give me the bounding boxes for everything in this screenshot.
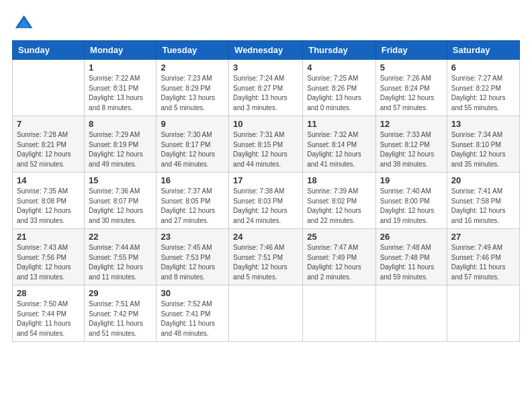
weekday-header-saturday: Saturday <box>447 41 519 60</box>
day-number: 27 <box>451 232 515 242</box>
week-row-1: 1Sunrise: 7:22 AM Sunset: 8:31 PM Daylig… <box>13 60 520 116</box>
calendar-cell: 30Sunrise: 7:52 AM Sunset: 7:41 PM Dayli… <box>157 285 229 342</box>
weekday-header-thursday: Thursday <box>303 41 375 60</box>
day-number: 30 <box>161 288 224 298</box>
day-number: 25 <box>307 232 371 242</box>
calendar-cell: 20Sunrise: 7:41 AM Sunset: 7:58 PM Dayli… <box>447 173 519 229</box>
calendar-cell <box>229 285 303 342</box>
day-info: Sunrise: 7:44 AM Sunset: 7:55 PM Dayligh… <box>89 243 152 282</box>
day-number: 10 <box>233 119 298 129</box>
day-number: 18 <box>307 175 371 185</box>
calendar-cell: 17Sunrise: 7:38 AM Sunset: 8:03 PM Dayli… <box>229 173 303 229</box>
day-info: Sunrise: 7:32 AM Sunset: 8:14 PM Dayligh… <box>307 130 371 169</box>
day-number: 24 <box>233 232 298 242</box>
day-info: Sunrise: 7:45 AM Sunset: 7:53 PM Dayligh… <box>161 243 224 282</box>
day-number: 5 <box>380 62 443 73</box>
week-row-2: 7Sunrise: 7:28 AM Sunset: 8:21 PM Daylig… <box>13 116 520 173</box>
day-number: 4 <box>307 62 371 73</box>
day-number: 28 <box>17 288 80 298</box>
day-info: Sunrise: 7:46 AM Sunset: 7:51 PM Dayligh… <box>233 243 298 282</box>
day-info: Sunrise: 7:48 AM Sunset: 7:48 PM Dayligh… <box>380 243 443 282</box>
calendar-cell: 13Sunrise: 7:34 AM Sunset: 8:10 PM Dayli… <box>447 116 519 173</box>
day-number: 8 <box>89 119 152 129</box>
calendar-cell: 3Sunrise: 7:24 AM Sunset: 8:27 PM Daylig… <box>229 60 303 116</box>
day-info: Sunrise: 7:25 AM Sunset: 8:26 PM Dayligh… <box>307 74 371 113</box>
weekday-header-tuesday: Tuesday <box>157 41 229 60</box>
day-number: 16 <box>161 175 224 185</box>
calendar-cell: 23Sunrise: 7:45 AM Sunset: 7:53 PM Dayli… <box>157 229 229 285</box>
day-info: Sunrise: 7:37 AM Sunset: 8:05 PM Dayligh… <box>161 187 224 226</box>
header <box>12 12 520 34</box>
day-number: 9 <box>161 119 224 129</box>
calendar-cell: 28Sunrise: 7:50 AM Sunset: 7:44 PM Dayli… <box>13 285 85 342</box>
day-info: Sunrise: 7:52 AM Sunset: 7:41 PM Dayligh… <box>161 300 224 338</box>
calendar-cell: 7Sunrise: 7:28 AM Sunset: 8:21 PM Daylig… <box>13 116 85 173</box>
day-number: 6 <box>451 62 515 73</box>
calendar-cell: 5Sunrise: 7:26 AM Sunset: 8:24 PM Daylig… <box>375 60 447 116</box>
page: SundayMondayTuesdayWednesdayThursdayFrid… <box>0 0 532 411</box>
calendar-cell: 2Sunrise: 7:23 AM Sunset: 8:29 PM Daylig… <box>157 60 229 116</box>
day-info: Sunrise: 7:35 AM Sunset: 8:08 PM Dayligh… <box>17 187 80 226</box>
day-number: 3 <box>233 62 298 73</box>
day-info: Sunrise: 7:38 AM Sunset: 8:03 PM Dayligh… <box>233 187 298 226</box>
day-info: Sunrise: 7:40 AM Sunset: 8:00 PM Dayligh… <box>380 187 443 226</box>
day-info: Sunrise: 7:24 AM Sunset: 8:27 PM Dayligh… <box>233 74 298 113</box>
day-info: Sunrise: 7:26 AM Sunset: 8:24 PM Dayligh… <box>380 74 443 113</box>
calendar-cell: 11Sunrise: 7:32 AM Sunset: 8:14 PM Dayli… <box>303 116 375 173</box>
weekday-header-wednesday: Wednesday <box>229 41 303 60</box>
day-info: Sunrise: 7:30 AM Sunset: 8:17 PM Dayligh… <box>161 130 224 169</box>
day-number: 22 <box>89 232 152 242</box>
day-number: 26 <box>380 232 443 242</box>
calendar-cell: 25Sunrise: 7:47 AM Sunset: 7:49 PM Dayli… <box>303 229 375 285</box>
day-info: Sunrise: 7:39 AM Sunset: 8:02 PM Dayligh… <box>307 187 371 226</box>
calendar-cell <box>447 285 519 342</box>
calendar-cell: 8Sunrise: 7:29 AM Sunset: 8:19 PM Daylig… <box>85 116 157 173</box>
calendar-cell: 19Sunrise: 7:40 AM Sunset: 8:00 PM Dayli… <box>375 173 447 229</box>
day-info: Sunrise: 7:47 AM Sunset: 7:49 PM Dayligh… <box>307 243 371 282</box>
calendar-cell: 4Sunrise: 7:25 AM Sunset: 8:26 PM Daylig… <box>303 60 375 116</box>
day-number: 1 <box>89 62 152 73</box>
day-info: Sunrise: 7:27 AM Sunset: 8:22 PM Dayligh… <box>451 74 515 113</box>
calendar-cell <box>303 285 375 342</box>
day-info: Sunrise: 7:31 AM Sunset: 8:15 PM Dayligh… <box>233 130 298 169</box>
day-info: Sunrise: 7:41 AM Sunset: 7:58 PM Dayligh… <box>451 187 515 226</box>
day-number: 13 <box>451 119 515 129</box>
day-number: 12 <box>380 119 443 129</box>
day-info: Sunrise: 7:36 AM Sunset: 8:07 PM Dayligh… <box>89 187 152 226</box>
day-number: 11 <box>307 119 371 129</box>
day-info: Sunrise: 7:29 AM Sunset: 8:19 PM Dayligh… <box>89 130 152 169</box>
day-info: Sunrise: 7:34 AM Sunset: 8:10 PM Dayligh… <box>451 130 515 169</box>
day-info: Sunrise: 7:43 AM Sunset: 7:56 PM Dayligh… <box>17 243 80 282</box>
calendar-cell <box>375 285 447 342</box>
day-info: Sunrise: 7:49 AM Sunset: 7:46 PM Dayligh… <box>451 243 515 282</box>
week-row-3: 14Sunrise: 7:35 AM Sunset: 8:08 PM Dayli… <box>13 173 520 229</box>
calendar-cell: 22Sunrise: 7:44 AM Sunset: 7:55 PM Dayli… <box>85 229 157 285</box>
week-row-5: 28Sunrise: 7:50 AM Sunset: 7:44 PM Dayli… <box>13 285 520 342</box>
calendar-cell: 10Sunrise: 7:31 AM Sunset: 8:15 PM Dayli… <box>229 116 303 173</box>
day-info: Sunrise: 7:23 AM Sunset: 8:29 PM Dayligh… <box>161 74 224 113</box>
day-info: Sunrise: 7:28 AM Sunset: 8:21 PM Dayligh… <box>17 130 80 169</box>
day-number: 14 <box>17 175 80 185</box>
day-number: 20 <box>451 175 515 185</box>
day-number: 2 <box>161 62 224 73</box>
calendar-cell: 9Sunrise: 7:30 AM Sunset: 8:17 PM Daylig… <box>157 116 229 173</box>
week-row-4: 21Sunrise: 7:43 AM Sunset: 7:56 PM Dayli… <box>13 229 520 285</box>
calendar-cell: 18Sunrise: 7:39 AM Sunset: 8:02 PM Dayli… <box>303 173 375 229</box>
logo <box>12 12 36 34</box>
calendar-cell: 27Sunrise: 7:49 AM Sunset: 7:46 PM Dayli… <box>447 229 519 285</box>
calendar-cell: 12Sunrise: 7:33 AM Sunset: 8:12 PM Dayli… <box>375 116 447 173</box>
day-number: 17 <box>233 175 298 185</box>
day-number: 21 <box>17 232 80 242</box>
day-info: Sunrise: 7:22 AM Sunset: 8:31 PM Dayligh… <box>89 74 152 113</box>
weekday-header-friday: Friday <box>375 41 447 60</box>
day-number: 7 <box>17 119 80 129</box>
day-number: 19 <box>380 175 443 185</box>
calendar-cell: 1Sunrise: 7:22 AM Sunset: 8:31 PM Daylig… <box>85 60 157 116</box>
day-number: 29 <box>89 288 152 298</box>
calendar-cell: 29Sunrise: 7:51 AM Sunset: 7:42 PM Dayli… <box>85 285 157 342</box>
weekday-header-monday: Monday <box>85 41 157 60</box>
day-info: Sunrise: 7:33 AM Sunset: 8:12 PM Dayligh… <box>380 130 443 169</box>
calendar-cell: 15Sunrise: 7:36 AM Sunset: 8:07 PM Dayli… <box>85 173 157 229</box>
day-number: 15 <box>89 175 152 185</box>
weekday-header-sunday: Sunday <box>13 41 85 60</box>
